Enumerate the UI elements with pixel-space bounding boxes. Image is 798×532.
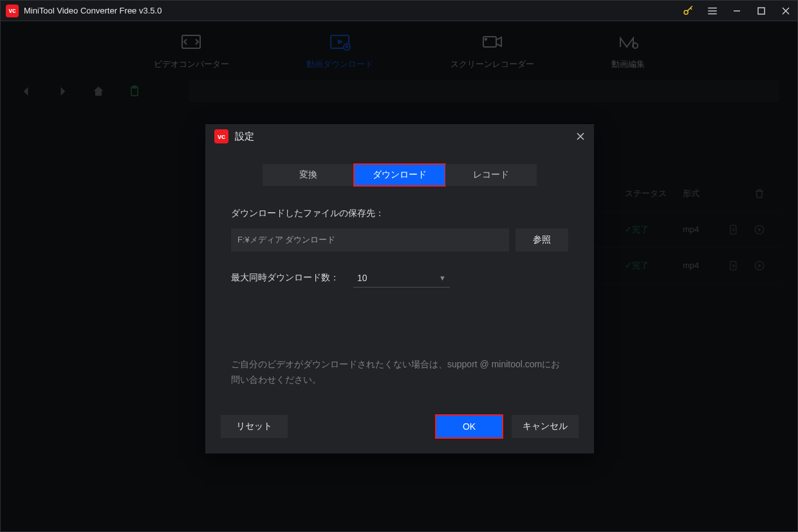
titlebar: vc MiniTool Video Converter Free v3.5.0 <box>0 0 798 21</box>
max-downloads-select[interactable]: 10 ▼ <box>353 268 450 288</box>
app-logo-icon: vc <box>6 5 19 17</box>
tab-download[interactable]: ダウンロード <box>354 164 445 186</box>
dialog-header: vc 設定 <box>205 124 594 149</box>
browse-button[interactable]: 参照 <box>515 228 568 252</box>
maximize-button[interactable] <box>755 5 768 17</box>
max-downloads-value: 10 <box>357 273 367 283</box>
minimize-button[interactable] <box>730 5 743 17</box>
settings-tabs: 変換 ダウンロード レコード <box>205 164 594 186</box>
save-path-label: ダウンロードしたファイルの保存先： <box>231 208 568 219</box>
settings-dialog: vc 設定 変換 ダウンロード レコード ダウンロードしたファイルの保存先： 参… <box>205 124 594 454</box>
dialog-close-button[interactable] <box>576 132 585 141</box>
cancel-button[interactable]: キャンセル <box>512 415 579 438</box>
dialog-logo-icon: vc <box>214 129 228 143</box>
max-downloads-label: 最大同時ダウンロード数： <box>231 272 339 284</box>
close-button[interactable] <box>779 5 792 17</box>
ok-button[interactable]: OK <box>436 415 503 438</box>
reset-button[interactable]: リセット <box>221 415 288 438</box>
chevron-down-icon: ▼ <box>439 274 446 282</box>
dialog-title: 設定 <box>235 131 576 143</box>
save-path-input[interactable] <box>231 228 509 252</box>
main-area: ビデオコンバーター 動画ダウンロード スクリーンレコーダー 動画編集 <box>0 21 798 532</box>
opt-out-notice: ご自分のビデオがダウンロードされたくない場合は、support @ minito… <box>231 357 568 388</box>
svg-rect-1 <box>758 8 765 14</box>
dialog-body: ダウンロードしたファイルの保存先： 参照 最大同時ダウンロード数： 10 ▼ ご… <box>205 208 594 388</box>
tab-record[interactable]: レコード <box>445 164 537 186</box>
tab-convert[interactable]: 変換 <box>263 164 354 186</box>
key-icon[interactable] <box>682 5 694 17</box>
app-title: MiniTool Video Converter Free v3.5.0 <box>24 6 682 15</box>
dialog-footer: リセット OK キャンセル <box>205 399 594 454</box>
menu-icon[interactable] <box>706 5 719 17</box>
